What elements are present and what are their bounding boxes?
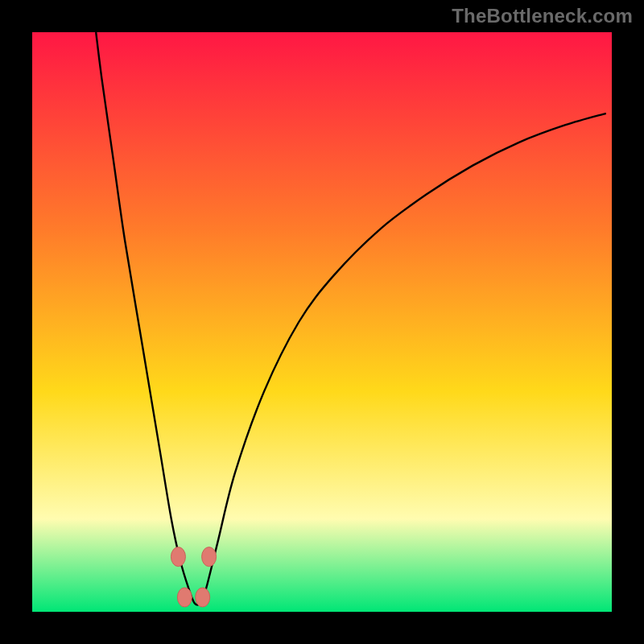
curve-marker: [171, 547, 185, 567]
watermark-text: TheBottleneck.com: [452, 5, 633, 27]
chart-frame: TheBottleneck.com: [0, 0, 644, 644]
curve-marker: [202, 547, 217, 567]
bottleneck-curve: [32, 32, 612, 612]
curve-marker: [177, 588, 192, 607]
curve-marker: [196, 588, 210, 607]
plot-area: [32, 32, 612, 612]
